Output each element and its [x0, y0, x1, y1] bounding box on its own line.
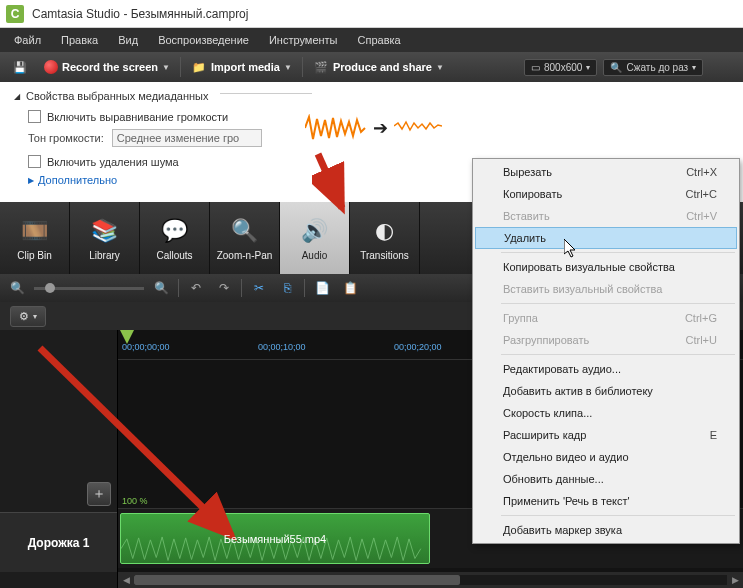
audio-icon: 🔊 [300, 216, 330, 246]
scroll-track[interactable] [134, 575, 727, 585]
gear-icon: ⚙ [19, 310, 29, 323]
menu-item[interactable]: Скорость клипа... [475, 402, 737, 424]
tone-select[interactable]: Среднее изменение гро [112, 129, 262, 147]
scroll-thumb[interactable] [134, 575, 460, 585]
cut-button[interactable]: ✂ [248, 278, 270, 298]
volume-align-checkbox[interactable] [28, 110, 41, 123]
track-header-column: ＋ Дорожка 1 [0, 330, 118, 588]
menu-separator [501, 303, 735, 304]
zoom-in-button[interactable]: 🔍 [150, 278, 172, 298]
save-icon: 💾 [12, 59, 28, 75]
menu-item[interactable]: Расширить кадрE [475, 424, 737, 446]
produce-button[interactable]: 🎬 Produce and share ▼ [307, 56, 450, 78]
import-button[interactable]: 📁 Import media ▼ [185, 56, 298, 78]
menu-playback[interactable]: Воспроизведение [148, 30, 259, 50]
titlebar: C Camtasia Studio - Безымянный.camproj [0, 0, 743, 28]
shrink-button[interactable]: 🔍 Сжать до раз ▾ [603, 59, 703, 76]
menu-item[interactable]: КопироватьCtrl+C [475, 183, 737, 205]
timeline-scrollbar[interactable]: ◀ ▶ [118, 572, 743, 588]
tab-callouts[interactable]: 💬 Callouts [140, 202, 210, 274]
menu-item[interactable]: Отдельно видео и аудио [475, 446, 737, 468]
tab-library[interactable]: 📚 Library [70, 202, 140, 274]
record-label: Record the screen [62, 61, 158, 73]
menu-item-label: Расширить кадр [503, 429, 586, 441]
undo-button[interactable]: ↶ [185, 278, 207, 298]
menu-separator [501, 515, 735, 516]
menu-item-label: Скорость клипа... [503, 407, 592, 419]
divider [220, 93, 312, 94]
paste-button[interactable]: 📋 [339, 278, 361, 298]
zoom-out-button[interactable]: 🔍 [6, 278, 28, 298]
menu-item-label: Разгруппировать [503, 334, 589, 346]
tab-label: Transitions [360, 250, 409, 261]
tab-audio[interactable]: 🔊 Audio [280, 202, 350, 274]
zoom-slider[interactable] [34, 287, 144, 290]
split-button[interactable]: ⎘ [276, 278, 298, 298]
noise-checkbox[interactable] [28, 155, 41, 168]
tab-label: Callouts [156, 250, 192, 261]
menu-item[interactable]: Удалить [475, 227, 737, 249]
menu-item-label: Добавить маркер звука [503, 524, 622, 536]
menu-item[interactable]: Копировать визуальные свойства [475, 256, 737, 278]
menu-view[interactable]: Вид [108, 30, 148, 50]
props-title: Свойства выбранных медиаданных [26, 90, 208, 102]
menu-item-shortcut: Ctrl+X [686, 166, 717, 178]
menu-item-label: Применить 'Речь в текст' [503, 495, 630, 507]
menu-separator [501, 354, 735, 355]
clip[interactable]: Безымянный55.mp4 [120, 513, 430, 564]
dropdown-icon: ▼ [436, 63, 444, 72]
scroll-left-icon[interactable]: ◀ [118, 572, 134, 588]
volume-align-label: Включить выравнивание громкости [47, 111, 228, 123]
menu-item[interactable]: Применить 'Речь в текст' [475, 490, 737, 512]
menu-item-label: Копировать [503, 188, 562, 200]
track-label[interactable]: Дорожка 1 [0, 512, 117, 572]
menu-item-shortcut: E [710, 429, 717, 441]
menu-item[interactable]: ВырезатьCtrl+X [475, 161, 737, 183]
tab-label: Audio [302, 250, 328, 261]
clip-bin-icon: 🎞️ [20, 216, 50, 246]
menu-file[interactable]: Файл [4, 30, 51, 50]
dropdown-icon: ▾ [692, 63, 696, 72]
expand-icon: ▶ [28, 176, 34, 185]
menu-item[interactable]: Редактировать аудио... [475, 358, 737, 380]
folder-icon: 📁 [191, 59, 207, 75]
dimensions-select[interactable]: ▭ 800x600 ▾ [524, 59, 597, 76]
add-track-button[interactable]: ＋ [87, 482, 111, 506]
menu-edit[interactable]: Правка [51, 30, 108, 50]
menu-help[interactable]: Справка [348, 30, 411, 50]
shrink-label: Сжать до раз [626, 62, 688, 73]
menu-item-label: Вставить визуальный свойства [503, 283, 662, 295]
menu-tools[interactable]: Инструменты [259, 30, 348, 50]
magnifier-icon: 🔍 [610, 62, 622, 73]
menu-item[interactable]: Обновить данные... [475, 468, 737, 490]
record-button[interactable]: Record the screen ▼ [38, 57, 176, 77]
record-icon [44, 60, 58, 74]
redo-button[interactable]: ↷ [213, 278, 235, 298]
tab-transitions[interactable]: ◐ Transitions [350, 202, 420, 274]
more-label: Дополнительно [38, 174, 117, 186]
app-icon: C [6, 5, 24, 23]
tab-label: Clip Bin [17, 250, 51, 261]
zoom-icon: 🔍 [230, 216, 260, 246]
menu-item-label: Группа [503, 312, 538, 324]
collapse-icon[interactable]: ◢ [14, 92, 20, 101]
slider-thumb[interactable] [45, 283, 55, 293]
tab-clip-bin[interactable]: 🎞️ Clip Bin [0, 202, 70, 274]
menu-item[interactable]: Добавить маркер звука [475, 519, 737, 541]
context-menu: ВырезатьCtrl+XКопироватьCtrl+CВставитьCt… [472, 158, 740, 544]
separator [241, 279, 242, 297]
copy-button[interactable]: 📄 [311, 278, 333, 298]
menu-item: РазгруппироватьCtrl+U [475, 329, 737, 351]
tone-label: Тон громкости: [28, 132, 104, 144]
props-header: ◢ Свойства выбранных медиаданных [14, 90, 729, 102]
clip-name: Безымянный55.mp4 [224, 533, 326, 545]
track-options-button[interactable]: ⚙ ▾ [10, 306, 46, 327]
menu-item-shortcut: Ctrl+V [686, 210, 717, 222]
tab-zoom[interactable]: 🔍 Zoom-n-Pan [210, 202, 280, 274]
menu-item[interactable]: Добавить актив в библиотеку [475, 380, 737, 402]
scroll-right-icon[interactable]: ▶ [727, 572, 743, 588]
menu-item-label: Обновить данные... [503, 473, 604, 485]
menubar: Файл Правка Вид Воспроизведение Инструме… [0, 28, 743, 52]
menu-item-shortcut: Ctrl+C [686, 188, 717, 200]
save-button[interactable]: 💾 [6, 56, 34, 78]
